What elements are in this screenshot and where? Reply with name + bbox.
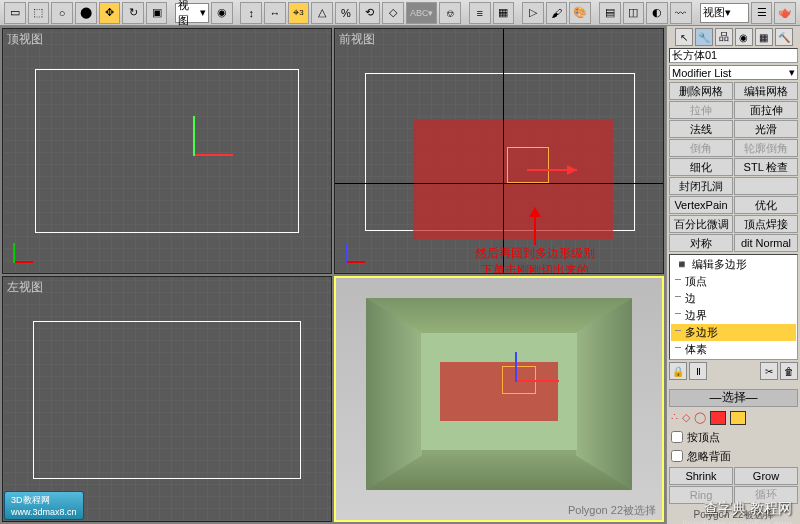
chamfer-btn[interactable]: 倒角 [669, 139, 733, 157]
angle-snap-btn[interactable]: △ [311, 2, 333, 24]
align-btn[interactable]: ≡ [469, 2, 491, 24]
outline-chamfer-btn[interactable]: 轮廓倒角 [734, 139, 798, 157]
watermark-url: jiaocheng.chazidian.com [682, 519, 792, 524]
viewport-perspective[interactable]: Polygon 22被选择 [334, 276, 664, 522]
viewport-left-label: 左视图 [7, 279, 43, 296]
constraint-x-btn[interactable]: ↕ [240, 2, 262, 24]
modify-tab[interactable]: 🔧 [695, 28, 713, 46]
command-panel: ↖ 🔧 品 ◉ ▦ 🔨 Modifier List▾ 删除网格 编辑网格 拉伸 … [666, 26, 800, 524]
mirror-btn[interactable]: ⎊ [439, 2, 461, 24]
display-tab[interactable]: ▦ [755, 28, 773, 46]
vertex-weld-btn[interactable]: 顶点焊接 [734, 215, 798, 233]
modifier-stack[interactable]: ◾ 编辑多边形 顶点 边 边界 多边形 体素 [669, 254, 798, 360]
watermark-text: 查字典 教程网 [704, 500, 792, 518]
curve-editor-btn[interactable]: 〰 [670, 2, 692, 24]
array-btn[interactable]: ▦ [493, 2, 515, 24]
stl-check-btn[interactable]: STL 检查 [734, 158, 798, 176]
render-btn[interactable]: 🖌 [546, 2, 568, 24]
percent-tweak-btn[interactable]: 百分比微调 [669, 215, 733, 233]
element-mode-icon[interactable] [730, 411, 746, 425]
rotate-tool[interactable]: ↻ [122, 2, 144, 24]
annotation-text-1: 然后再回到多边形级别 [445, 245, 625, 262]
ignore-backface-checkbox[interactable]: 忽略背面 [669, 448, 798, 465]
main-toolbar: ▭ ⬚ ○ ⬤ ✥ ↻ ▣ 视图 ▾ ◉ ↕ ↔ ⌖3 △ % ⟲ ◇ ABC▾… [0, 0, 800, 26]
material-btn[interactable]: ◐ [646, 2, 668, 24]
selection-status: Polygon 22被选择 [568, 503, 656, 518]
pin-stack-icon[interactable]: 🔒 [669, 362, 687, 380]
tessellate-btn[interactable]: 细化 [669, 158, 733, 176]
site-logo: 3D教程网 www.3dmax8.cn [4, 491, 84, 520]
quick-render-btn[interactable]: 🎨 [569, 2, 591, 24]
polygon-mode-icon[interactable] [710, 411, 726, 425]
stack-border[interactable]: 边界 [671, 307, 796, 324]
stack-tools: 🔒 Ⅱ ✂ 🗑 [669, 362, 798, 380]
render-setup-btn[interactable]: ☰ [751, 2, 773, 24]
teapot-btn[interactable]: 🫖 [774, 2, 796, 24]
by-vertex-checkbox[interactable]: 按顶点 [669, 429, 798, 446]
empty-btn [734, 177, 798, 195]
subobject-selector: ∴ ◇ ◯ [669, 409, 798, 427]
symmetry-btn[interactable]: 对称 [669, 234, 733, 252]
abc-btn[interactable]: ABC▾ [406, 2, 437, 24]
create-tab[interactable]: ↖ [675, 28, 693, 46]
scale-tool[interactable]: ▣ [146, 2, 168, 24]
object-name-input[interactable] [669, 48, 798, 63]
lasso-tool[interactable]: ○ [51, 2, 73, 24]
stack-root[interactable]: ◾ 编辑多边形 [671, 256, 796, 273]
cap-holes-btn[interactable]: 封闭孔洞 [669, 177, 733, 195]
grow-btn[interactable]: Grow [734, 467, 798, 485]
stack-edge[interactable]: 边 [671, 290, 796, 307]
vertex-paint-btn[interactable]: VertexPain [669, 196, 733, 214]
show-end-icon[interactable]: Ⅱ [689, 362, 707, 380]
play-btn[interactable]: ▷ [522, 2, 544, 24]
modifier-list-dropdown[interactable]: Modifier List▾ [669, 65, 798, 80]
edit-normal-btn[interactable]: dit Normal [734, 234, 798, 252]
stack-polygon[interactable]: 多边形 [671, 324, 796, 341]
viewport-left[interactable]: 左视图 [2, 276, 332, 522]
modifier-buttons: 删除网格 编辑网格 拉伸 面拉伸 法线 光滑 倒角 轮廓倒角 细化 STL 检查… [669, 82, 798, 252]
motion-tab[interactable]: ◉ [735, 28, 753, 46]
named-sets-btn[interactable]: ◇ [382, 2, 404, 24]
utilities-tab[interactable]: 🔨 [775, 28, 793, 46]
constraint-y-btn[interactable]: ↔ [264, 2, 286, 24]
annotation-text-2: 下单击刚刚切出来的 [445, 262, 625, 274]
extrude-btn[interactable]: 拉伸 [669, 101, 733, 119]
schematic-btn[interactable]: ◫ [623, 2, 645, 24]
border-mode-icon[interactable]: ◯ [694, 411, 706, 424]
edge-mode-icon[interactable]: ◇ [682, 411, 690, 424]
paint-select-tool[interactable]: ⬤ [75, 2, 97, 24]
coord-system-dropdown[interactable]: 视图 ▾ [175, 3, 209, 23]
shrink-btn[interactable]: Shrink [669, 467, 733, 485]
stack-element[interactable]: 体素 [671, 341, 796, 358]
face-extrude-btn[interactable]: 面拉伸 [734, 101, 798, 119]
render-view-dropdown[interactable]: 视图 ▾ [700, 3, 749, 23]
delete-mesh-btn[interactable]: 删除网格 [669, 82, 733, 100]
percent-snap-btn[interactable]: % [335, 2, 357, 24]
region-select-tool[interactable]: ⬚ [28, 2, 50, 24]
layer-btn[interactable]: ▤ [599, 2, 621, 24]
smooth-btn[interactable]: 光滑 [734, 120, 798, 138]
viewport-top-label: 顶视图 [7, 31, 43, 48]
viewport-area: 顶视图 前视图 然后再回到多边形级别 下单击刚刚切出来的 [0, 26, 666, 524]
hierarchy-tab[interactable]: 品 [715, 28, 733, 46]
select-tool[interactable]: ▭ [4, 2, 26, 24]
edit-mesh-btn[interactable]: 编辑网格 [734, 82, 798, 100]
spinner-snap-btn[interactable]: ⟲ [359, 2, 381, 24]
center-pivot-btn[interactable]: ◉ [211, 2, 233, 24]
move-tool[interactable]: ✥ [99, 2, 121, 24]
optimize-btn[interactable]: 优化 [734, 196, 798, 214]
configure-icon[interactable]: ✂ [760, 362, 778, 380]
viewport-top[interactable]: 顶视图 [2, 28, 332, 274]
viewport-front[interactable]: 前视图 然后再回到多边形级别 下单击刚刚切出来的 面。 [334, 28, 664, 274]
selection-rollout-header[interactable]: — 选择 — [669, 389, 798, 407]
viewport-front-label: 前视图 [339, 31, 375, 48]
normal-btn[interactable]: 法线 [669, 120, 733, 138]
remove-icon[interactable]: 🗑 [780, 362, 798, 380]
panel-tabs: ↖ 🔧 品 ◉ ▦ 🔨 [669, 28, 798, 46]
snap-toggle[interactable]: ⌖3 [288, 2, 310, 24]
vertex-mode-icon[interactable]: ∴ [671, 411, 678, 424]
stack-vertex[interactable]: 顶点 [671, 273, 796, 290]
